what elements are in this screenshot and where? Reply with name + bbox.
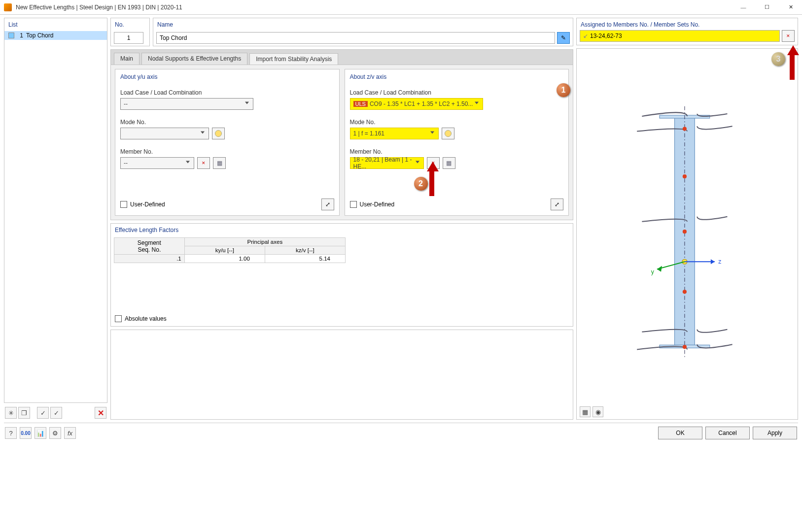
no-input[interactable]: 1 [114, 32, 143, 44]
yu-mode-label: Mode No. [120, 119, 334, 126]
zv-expand-button[interactable]: ⤢ [551, 199, 563, 210]
yu-mode-dropdown[interactable] [120, 128, 209, 139]
callout-three-arrow-icon [787, 39, 797, 80]
name-header: Name [153, 18, 573, 30]
zv-userdef-checkbox[interactable] [350, 201, 357, 208]
name-panel: Name Top Chord ✎ [153, 18, 573, 46]
yu-grid-button[interactable] [213, 157, 226, 169]
svg-point-7 [683, 290, 687, 294]
apply-button[interactable]: Apply [753, 427, 797, 439]
center-column: No. 1 Name Top Chord ✎ Main Nodal Suppor… [110, 18, 573, 420]
assign-panel: Assigned to Members No. / Member Sets No… [576, 18, 798, 45]
minimize-button[interactable]: — [736, 1, 751, 13]
zv-lc-label: Load Case / Load Combination [350, 89, 564, 96]
footer-fx-button[interactable]: fx [64, 427, 76, 439]
elf-header: Effective Length Factors [111, 224, 573, 235]
name-input[interactable]: Top Chord [156, 32, 555, 44]
yu-expand-button[interactable]: ⤢ [321, 199, 334, 210]
callout-two-icon: 2 [414, 177, 428, 191]
maximize-button[interactable]: ☐ [760, 1, 774, 13]
header-row: No. 1 Name Top Chord ✎ [110, 18, 573, 46]
zv-lc-value: CO9 - 1.35 * LC1 + 1.35 * LC2 + 1.50... [370, 100, 473, 107]
zv-title: About z/v axis [350, 73, 564, 80]
yu-userdef-checkbox[interactable] [120, 201, 127, 208]
assign-header: Assigned to Members No. / Member Sets No… [577, 18, 798, 30]
ok-button[interactable]: OK [658, 427, 702, 439]
edit-name-button[interactable]: ✎ [557, 32, 570, 44]
tab-import[interactable]: Import from Stability Analysis [249, 53, 338, 65]
callout-three-icon: 3 [771, 52, 785, 66]
callout-one-icon: 1 [557, 83, 570, 97]
app-icon [4, 3, 12, 11]
svg-marker-13 [657, 266, 662, 271]
list-item-label: Top Chord [26, 32, 53, 39]
check-active-button[interactable]: ✓ [37, 407, 49, 419]
work-area: List 1 Top Chord ✳ ❐ ✓ ✓ ✕ No. [0, 15, 802, 420]
yu-title: About y/u axis [120, 73, 334, 80]
zv-grid-button[interactable] [443, 157, 455, 169]
zv-mode-info-button[interactable] [442, 128, 454, 139]
list-item-number: 1 [17, 32, 23, 39]
close-button[interactable]: ✕ [783, 1, 798, 13]
right-column: Assigned to Members No. / Member Sets No… [576, 18, 798, 420]
window-title: New Effective Lengths | Steel Design | E… [16, 4, 736, 11]
tab-container: Main Nodal Supports & Effective Lengths … [110, 49, 573, 220]
preview-canvas[interactable]: z y [577, 49, 798, 404]
elf-panel: Effective Length Factors SegmentSeq. No.… [110, 223, 573, 327]
copy-item-button[interactable]: ❐ [18, 407, 30, 419]
new-item-button[interactable]: ✳ [5, 407, 17, 419]
uls-tag: ULS [353, 101, 368, 107]
yu-lc-label: Load Case / Load Combination [120, 89, 334, 96]
elf-table: SegmentSeq. No. Principal axes ky/u [--]… [114, 237, 346, 263]
svg-marker-11 [711, 259, 715, 264]
no-header: No. [111, 18, 149, 30]
absolute-values-label: Absolute values [125, 315, 167, 322]
preview-view1-button[interactable]: ▦ [580, 406, 591, 417]
zv-userdef-label: User-Defined [360, 201, 395, 208]
assign-input[interactable]: ↙ 13-24,62-73 [580, 30, 780, 42]
svg-point-4 [683, 127, 687, 131]
footer-help-button[interactable]: ? [5, 427, 17, 439]
yu-userdef-label: User-Defined [130, 201, 165, 208]
title-bar: New Effective Lengths | Steel Design | E… [0, 0, 802, 15]
svg-point-6 [683, 230, 687, 233]
preview-toolbar: ▦ ◉ [577, 404, 798, 419]
footer-units-button[interactable]: 0.00 [20, 427, 32, 439]
blank-panel [110, 330, 573, 420]
preview-view2-button[interactable]: ◉ [593, 406, 603, 417]
zv-mode-label: Mode No. [350, 119, 564, 126]
footer-graph-button[interactable]: 📊 [35, 427, 46, 439]
list-item-icon [8, 33, 14, 38]
check-all-button[interactable]: ✓ [50, 407, 62, 419]
yu-pick-button[interactable] [197, 157, 210, 169]
list-header: List [4, 18, 107, 30]
zv-mode-dropdown[interactable]: 1 | f = 1.161 [350, 128, 439, 139]
yu-mode-info-button[interactable] [212, 128, 225, 139]
yu-member-label: Member No. [120, 148, 334, 155]
list-panel: List 1 Top Chord [4, 18, 107, 403]
tab-nodal[interactable]: Nodal Supports & Effective Lengths [141, 53, 247, 65]
zv-member-dropdown[interactable]: 18 - 20,21 | Beam | 1 - HE... [350, 157, 424, 169]
list-body: 1 Top Chord [4, 30, 107, 402]
yu-lc-dropdown[interactable]: -- [120, 98, 253, 110]
yu-axis-panel: About y/u axis Load Case / Load Combinat… [115, 69, 340, 216]
callout-two-arrow-icon [427, 156, 437, 196]
preview-panel: z y ▦ ◉ [576, 48, 798, 420]
tab-main[interactable]: Main [114, 53, 139, 65]
cancel-button[interactable]: Cancel [705, 427, 750, 439]
delete-item-button[interactable]: ✕ [95, 407, 106, 419]
z-axis-label: z [718, 258, 721, 265]
svg-point-5 [683, 174, 687, 178]
zv-lc-dropdown[interactable]: ULS CO9 - 1.35 * LC1 + 1.35 * LC2 + 1.50… [350, 98, 483, 110]
yu-member-dropdown[interactable]: -- [120, 157, 194, 169]
list-item[interactable]: 1 Top Chord [4, 31, 107, 40]
svg-point-8 [683, 345, 687, 349]
footer: ? 0.00 📊 ⚙ fx OK Cancel Apply [0, 423, 802, 443]
left-column: List 1 Top Chord ✳ ❐ ✓ ✓ ✕ [4, 18, 107, 420]
absolute-values-checkbox[interactable] [115, 315, 122, 322]
footer-settings-button[interactable]: ⚙ [49, 427, 61, 439]
y-axis-label: y [651, 268, 655, 275]
no-panel: No. 1 [110, 18, 150, 46]
table-row[interactable]: .1 1.00 5.14 [114, 255, 346, 263]
list-toolbar: ✳ ❐ ✓ ✓ ✕ [4, 406, 107, 420]
